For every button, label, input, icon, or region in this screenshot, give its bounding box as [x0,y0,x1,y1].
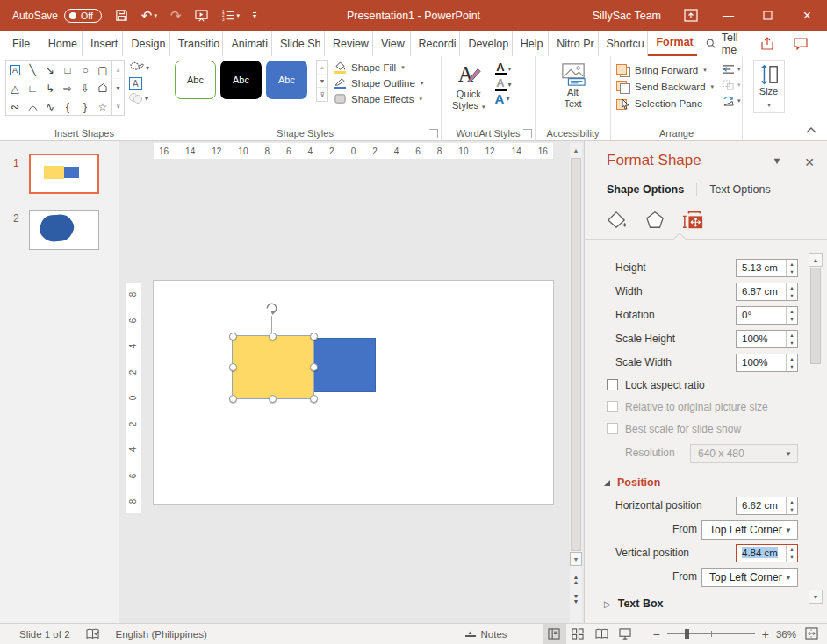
reading-view-button[interactable] [590,624,614,644]
language-indicator[interactable]: English (Philippines) [116,629,207,640]
bring-forward-button[interactable]: Bring Forward▾ [616,64,714,76]
align-objects-button[interactable]: ▾ [723,64,741,75]
scale-height-field[interactable]: 100%▲▼ [736,330,798,348]
gallery-scroll-down-icon[interactable]: ▼ [112,79,124,97]
shape-freeform-icon[interactable] [94,79,111,97]
resize-handle-bottom-left[interactable] [229,395,237,403]
merge-shapes-button[interactable]: ▾ [129,93,149,104]
shape-oval-icon[interactable]: ○ [76,61,94,79]
zoom-slider-track[interactable] [667,633,755,634]
from-dropdown-2[interactable]: Top Left Corner▼ [701,568,798,587]
redo-button[interactable]: ↷ [170,8,182,24]
autosave-toggle[interactable]: AutoSave Off [12,9,102,23]
tab-nitro-pro[interactable]: Nitro Pr [549,31,598,56]
size-button[interactable]: Size ▾ [753,60,785,113]
edit-shape-button[interactable]: ▾ [129,61,149,75]
group-objects-button[interactable]: ▾ [723,80,741,90]
size-properties-tab-icon[interactable] [681,208,706,233]
text-effects-button[interactable]: A▾ [495,93,512,104]
rotation-field[interactable]: 0°▲▼ [736,306,798,325]
selected-yellow-rectangle[interactable] [233,336,313,398]
canvas-vertical-scrollbar[interactable]: ▲ ▼ ▲▲ ▼▼ [570,143,582,622]
width-field[interactable]: 6.87 cm▲▼ [736,283,798,301]
close-button[interactable]: × [787,0,827,31]
text-fill-button[interactable]: A▾ [495,61,512,75]
resize-handle-middle-right[interactable] [310,363,318,371]
slide-editing-surface[interactable] [154,281,553,504]
horizontal-position-field[interactable]: 6.62 cm▲▼ [736,497,798,515]
text-outline-button[interactable]: A▾ [495,77,512,91]
resize-handle-top-center[interactable] [269,333,277,340]
shape-rounded-rectangle-icon[interactable]: ▢ [94,61,111,79]
shape-styles-dialog-launcher-icon[interactable] [429,129,438,138]
save-icon[interactable] [115,9,128,22]
send-backward-button[interactable]: Send Backward▾ [616,81,714,93]
vertical-position-field[interactable]: 4.84 cm▲▼ [736,544,798,562]
shape-scribble-icon[interactable]: ∾ [6,97,24,116]
scale-width-spinner[interactable]: ▲▼ [786,354,797,371]
tab-review[interactable]: Review [325,31,373,56]
tab-view[interactable]: View [373,31,411,56]
shape-elbow-connector-icon[interactable]: ∟ [24,79,41,97]
tab-home[interactable]: Home [40,31,83,56]
rotation-spinner[interactable]: ▲▼ [786,307,797,324]
pane-close-icon[interactable]: ✕ [804,155,815,169]
shape-line-icon[interactable]: ╲ [24,61,41,79]
fill-line-tab-icon[interactable] [604,208,629,233]
normal-view-button[interactable] [543,624,566,644]
resize-handle-bottom-center[interactable] [269,395,277,403]
resize-handle-bottom-right[interactable] [310,395,318,403]
height-field[interactable]: 5.13 cm▲▼ [736,259,798,277]
scroll-down-arrow-icon[interactable]: ▼ [570,552,582,566]
pane-scroll-down-icon[interactable]: ▼ [809,590,823,604]
next-slide-button[interactable]: ▼▼ [570,594,582,605]
numbered-list-icon[interactable]: 123 ▾ [221,10,241,21]
scrollbar-thumb[interactable] [571,158,581,551]
pane-scrollbar-thumb[interactable] [810,268,821,364]
tab-recording[interactable]: Recordi [411,31,461,56]
shape-effects-button[interactable]: Shape Effects▾ [333,93,423,104]
fit-slide-to-window-icon[interactable] [805,627,818,641]
shape-fill-button[interactable]: Shape Fill▾ [333,61,423,74]
shape-elbow-arrow-connector-icon[interactable]: ↳ [41,79,59,97]
undo-button[interactable]: ↶▾ [141,8,157,24]
rotate-objects-button[interactable]: ▾ [723,96,741,106]
comments-icon[interactable] [794,38,808,50]
styles-more-icon[interactable]: ⊽ [317,88,327,101]
shape-outline-button[interactable]: Shape Outline▾ [333,77,423,89]
tab-shortcut[interactable]: Shortcu [599,31,649,56]
shape-style-swatch-2[interactable]: Abc [220,61,262,99]
selection-pane-button[interactable]: Selection Pane [616,97,714,110]
tab-design[interactable]: Design [123,31,169,56]
collapse-ribbon-icon[interactable] [806,126,816,133]
minimize-button[interactable]: — [708,0,748,31]
shape-style-swatch-1[interactable]: Abc [175,61,216,99]
gallery-scroll-up-icon[interactable]: ▲ [112,61,124,79]
text-box-button[interactable]: A [129,77,149,90]
position-section-header[interactable]: Position [604,476,660,489]
tell-me-box[interactable]: Tell me [697,31,760,56]
tab-slide-show[interactable]: Slide Sh [272,31,325,56]
previous-slide-button[interactable]: ▲▲ [570,575,582,585]
shape-curve-icon[interactable]: ∿ [41,97,59,116]
start-slideshow-icon[interactable] [195,10,208,22]
maximize-button[interactable] [748,0,787,31]
tab-format[interactable]: Format [648,31,696,56]
height-spinner[interactable]: ▲▼ [786,260,797,276]
zoom-out-button[interactable]: − [653,627,660,641]
spell-check-icon[interactable] [86,628,100,640]
pane-scrollbar[interactable]: ▲ ▼ [809,253,823,604]
tab-insert[interactable]: Insert [83,31,123,56]
slide-1-thumbnail[interactable] [29,154,99,194]
notes-toggle[interactable]: ▲ Notes [465,629,507,640]
shape-star-icon[interactable]: ☆ [94,97,111,116]
tab-animations[interactable]: Animati [223,31,272,56]
shape-down-arrow-icon[interactable]: ⇩ [76,79,94,97]
from-dropdown-1[interactable]: Top Left Corner▼ [701,520,798,540]
slide-2-thumbnail[interactable] [29,210,99,250]
width-spinner[interactable]: ▲▼ [786,283,797,300]
pane-menu-chevron-icon[interactable]: ▼ [772,155,781,169]
slide-show-view-button[interactable] [614,624,637,644]
shape-style-swatch-3[interactable]: Abc [266,61,307,99]
tab-developer[interactable]: Develop [460,31,512,56]
